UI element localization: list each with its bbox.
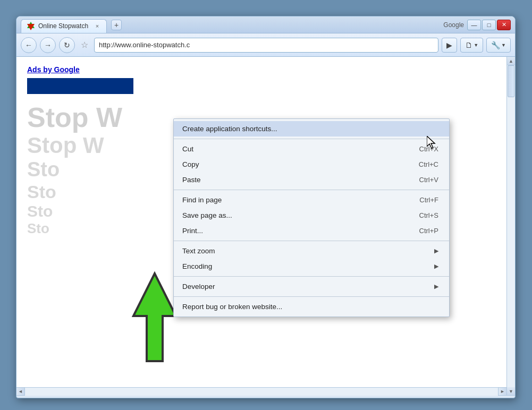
menu-item-print-label: Print... xyxy=(182,227,203,235)
menu-item-save-shortcut: Ctrl+S xyxy=(419,211,438,219)
maximize-button[interactable]: □ xyxy=(482,20,496,30)
svg-marker-0 xyxy=(133,274,176,361)
browser-tab[interactable]: Online Stopwatch × xyxy=(21,19,107,33)
tab-favicon xyxy=(27,22,35,30)
menu-item-print[interactable]: Print... Ctrl+P xyxy=(174,223,449,238)
developer-arrow-icon: ▶ xyxy=(434,283,438,290)
window-controls: — □ ✕ xyxy=(467,20,511,30)
menu-item-save[interactable]: Save page as... Ctrl+S xyxy=(174,208,449,223)
title-bar-left: Online Stopwatch × + xyxy=(21,17,443,33)
browser-window: Online Stopwatch × + Google — □ ✕ ← → ↻ … xyxy=(16,16,516,398)
google-label: Google xyxy=(443,21,464,29)
play-icon: ▶ xyxy=(446,41,452,49)
menu-item-cut[interactable]: Cut Ctrl+X xyxy=(174,141,449,157)
menu-item-developer[interactable]: Developer ▶ xyxy=(174,279,449,294)
scroll-up-button[interactable]: ▲ xyxy=(507,57,515,65)
title-bar: Online Stopwatch × + Google — □ ✕ xyxy=(16,16,515,33)
horizontal-scrollbar[interactable]: ◄ ► xyxy=(16,387,506,396)
scroll-right-button[interactable]: ► xyxy=(498,388,506,396)
scroll-left-button[interactable]: ◄ xyxy=(16,388,25,396)
new-tab-button[interactable]: + xyxy=(111,20,122,30)
menu-item-copy-label: Copy xyxy=(182,160,199,168)
menu-item-cut-shortcut: Ctrl+X xyxy=(419,145,438,153)
url-text: http://www.online-stopwatch.c xyxy=(99,41,190,49)
menu-item-create-shortcuts-label: Create application shortcuts... xyxy=(182,125,277,133)
menu-item-paste-label: Paste xyxy=(182,176,201,184)
menu-item-create-shortcuts[interactable]: Create application shortcuts... xyxy=(174,121,449,136)
menu-item-report-bug-label: Report bug or broken website... xyxy=(182,303,282,311)
menu-separator-3 xyxy=(174,241,449,241)
address-bar[interactable]: http://www.online-stopwatch.c xyxy=(94,38,438,53)
page-dropdown-icon: ▼ xyxy=(474,42,478,48)
menu-item-encoding[interactable]: Encoding ▶ xyxy=(174,259,449,274)
menu-item-encoding-label: Encoding xyxy=(182,262,212,270)
tab-close-button[interactable]: × xyxy=(94,22,101,30)
vertical-scrollbar[interactable]: ▲ ▼ xyxy=(506,57,515,396)
scroll-down-button[interactable]: ▼ xyxy=(507,387,515,396)
close-button[interactable]: ✕ xyxy=(497,20,511,30)
menu-item-paste-shortcut: Ctrl+V xyxy=(419,176,438,184)
tools-icon: 🔧 xyxy=(491,41,500,49)
menu-separator-4 xyxy=(174,276,449,277)
menu-item-print-shortcut: Ctrl+P xyxy=(419,227,438,235)
tools-menu-button[interactable]: 🔧 ▼ xyxy=(486,38,511,53)
menu-item-find-label: Find in page xyxy=(182,196,222,204)
menu-item-text-zoom[interactable]: Text zoom ▶ xyxy=(174,243,449,259)
scroll-track[interactable] xyxy=(507,65,515,387)
menu-item-paste[interactable]: Paste Ctrl+V xyxy=(174,172,449,187)
bookmark-star-button[interactable]: ☆ xyxy=(78,39,91,52)
ad-banner xyxy=(27,78,133,94)
ads-by-google-label[interactable]: Ads by Google xyxy=(27,65,504,74)
page-icon: 🗋 xyxy=(465,41,472,49)
menu-item-find-shortcut: Ctrl+F xyxy=(419,196,438,204)
menu-item-save-label: Save page as... xyxy=(182,211,232,219)
menu-item-cut-label: Cut xyxy=(182,145,193,153)
favicon-down-arrow xyxy=(27,24,35,30)
menu-separator-1 xyxy=(174,139,449,139)
tools-dropdown-icon: ▼ xyxy=(501,42,506,48)
scroll-h-track[interactable] xyxy=(25,388,498,396)
menu-item-developer-label: Developer xyxy=(182,283,215,291)
text-zoom-arrow-icon: ▶ xyxy=(434,247,438,254)
minimize-button[interactable]: — xyxy=(467,20,481,30)
menu-item-report-bug[interactable]: Report bug or broken website... xyxy=(174,299,449,314)
menu-separator-5 xyxy=(174,296,449,297)
navigation-bar: ← → ↻ ☆ http://www.online-stopwatch.c ▶ … xyxy=(16,33,515,57)
reload-button[interactable]: ↻ xyxy=(59,37,75,53)
play-button[interactable]: ▶ xyxy=(442,38,457,53)
page-menu-button[interactable]: 🗋 ▼ xyxy=(460,38,483,53)
tab-title: Online Stopwatch xyxy=(38,22,88,30)
menu-item-copy-shortcut: Ctrl+C xyxy=(419,160,438,168)
forward-button[interactable]: → xyxy=(40,37,56,53)
scroll-thumb[interactable] xyxy=(508,65,514,97)
back-button[interactable]: ← xyxy=(21,37,37,53)
menu-item-copy[interactable]: Copy Ctrl+C xyxy=(174,157,449,172)
menu-item-text-zoom-label: Text zoom xyxy=(182,247,215,255)
context-menu: Create application shortcuts... Cut Ctrl… xyxy=(173,118,450,317)
encoding-arrow-icon: ▶ xyxy=(434,263,438,270)
menu-separator-2 xyxy=(174,190,449,190)
menu-item-find[interactable]: Find in page Ctrl+F xyxy=(174,192,449,208)
